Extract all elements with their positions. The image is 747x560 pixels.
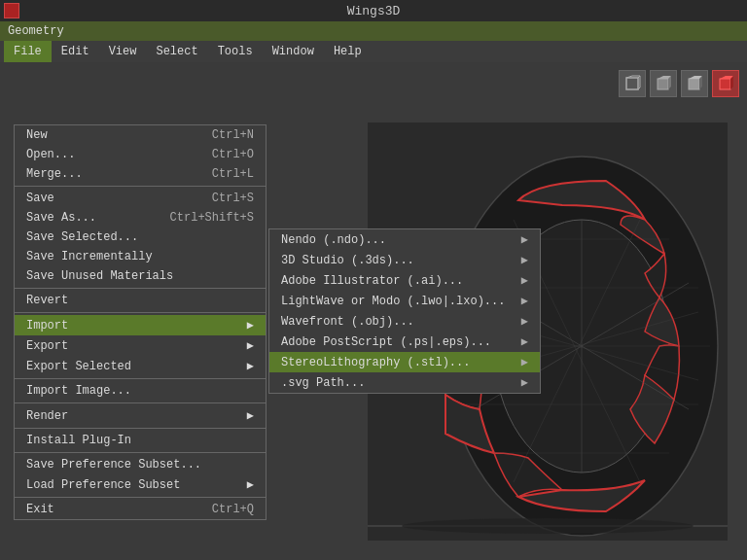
- import-3ds[interactable]: 3D Studio (.3ds)... ▶: [269, 250, 540, 270]
- separator-8: [15, 497, 266, 498]
- export-selected-arrow-icon: ▶: [247, 359, 254, 373]
- import-nendo[interactable]: Nendo (.ndo)... ▶: [269, 229, 540, 250]
- import-ps[interactable]: Adobe PostScript (.ps|.eps)... ▶: [269, 332, 540, 352]
- import-svg[interactable]: .svg Path... ▶: [269, 372, 540, 393]
- import-stl[interactable]: StereoLithography (.stl)... ▶: [269, 352, 540, 372]
- view-solid-button[interactable]: [650, 70, 677, 97]
- separator-5: [15, 402, 266, 403]
- menu-save-incrementally[interactable]: Save Incrementally: [15, 247, 266, 266]
- svg-rect-12: [720, 79, 730, 89]
- menu-view[interactable]: View: [99, 41, 147, 62]
- menu-select[interactable]: Select: [146, 41, 207, 62]
- view-toolbar: [619, 70, 739, 97]
- menu-save[interactable]: Save Ctrl+S: [15, 189, 266, 208]
- menu-export[interactable]: Export ▶: [15, 335, 266, 356]
- import-obj[interactable]: Wavefront (.obj)... ▶: [269, 311, 540, 332]
- svg-rect-9: [689, 79, 699, 89]
- menu-import[interactable]: Import ▶: [15, 315, 266, 335]
- stl-arrow-icon: ▶: [521, 355, 528, 369]
- svg-rect-6: [658, 79, 668, 89]
- view-textured-button[interactable]: [712, 70, 739, 97]
- import-arrow-icon: ▶: [247, 318, 254, 332]
- file-menu-dropdown: New Ctrl+N Open... Ctrl+O Merge... Ctrl+…: [14, 124, 267, 520]
- menu-help[interactable]: Help: [324, 41, 372, 62]
- menu-save-preference-subset[interactable]: Save Preference Subset...: [15, 455, 266, 474]
- menu-install-plugin[interactable]: Install Plug-In: [15, 431, 266, 450]
- window-title: Wings3D: [347, 4, 401, 18]
- export-arrow-icon: ▶: [247, 338, 254, 353]
- lwo-arrow-icon: ▶: [521, 294, 528, 308]
- menu-file[interactable]: File: [4, 41, 52, 62]
- menu-tools[interactable]: Tools: [208, 41, 263, 62]
- menu-open[interactable]: Open... Ctrl+O: [15, 145, 266, 164]
- menu-render[interactable]: Render ▶: [15, 405, 266, 426]
- menu-save-unused-materials[interactable]: Save Unused Materials: [15, 266, 266, 286]
- import-ai[interactable]: Adobe Illustrator (.ai)... ▶: [269, 270, 540, 291]
- geometry-bar: Geometry: [0, 21, 747, 41]
- menu-window[interactable]: Window: [263, 41, 324, 62]
- menu-revert[interactable]: Revert: [15, 291, 266, 310]
- separator-7: [15, 452, 266, 453]
- ai-arrow-icon: ▶: [521, 273, 528, 288]
- separator-3: [15, 312, 266, 313]
- menu-save-as[interactable]: Save As... Ctrl+Shift+S: [15, 208, 266, 228]
- titlebar: Wings3D: [0, 0, 747, 21]
- ps-arrow-icon: ▶: [521, 334, 528, 349]
- main-area: New Ctrl+N Open... Ctrl+O Merge... Ctrl+…: [0, 62, 747, 560]
- import-submenu: Nendo (.ndo)... ▶ 3D Studio (.3ds)... ▶ …: [268, 228, 541, 394]
- svg-rect-0: [626, 78, 638, 89]
- import-lwo[interactable]: LightWave or Modo (.lwo|.lxo)... ▶: [269, 291, 540, 311]
- separator-6: [15, 428, 266, 429]
- render-arrow-icon: ▶: [247, 408, 254, 423]
- menubar: File Edit View Select Tools Window Help: [0, 41, 747, 62]
- view-shaded-button[interactable]: [681, 70, 708, 97]
- menu-export-selected[interactable]: Export Selected ▶: [15, 356, 266, 376]
- app-icon: [4, 3, 19, 18]
- svg-point-32: [402, 518, 694, 534]
- menu-import-image[interactable]: Import Image...: [15, 381, 266, 401]
- load-pref-arrow-icon: ▶: [247, 477, 254, 492]
- nendo-arrow-icon: ▶: [521, 232, 528, 247]
- menu-load-preference-subset[interactable]: Load Preference Subset ▶: [15, 474, 266, 495]
- separator-1: [15, 186, 266, 187]
- obj-arrow-icon: ▶: [521, 314, 528, 329]
- geometry-label: Geometry: [8, 24, 64, 38]
- svg-arrow-icon: ▶: [521, 375, 528, 390]
- separator-2: [15, 288, 266, 289]
- 3ds-arrow-icon: ▶: [521, 253, 528, 267]
- separator-4: [15, 378, 266, 379]
- menu-merge[interactable]: Merge... Ctrl+L: [15, 164, 266, 184]
- menu-edit[interactable]: Edit: [52, 41, 99, 62]
- menu-save-selected[interactable]: Save Selected...: [15, 228, 266, 247]
- view-wireframe-button[interactable]: [619, 70, 646, 97]
- menu-exit[interactable]: Exit Ctrl+Q: [15, 500, 266, 519]
- menu-new[interactable]: New Ctrl+N: [15, 125, 266, 145]
